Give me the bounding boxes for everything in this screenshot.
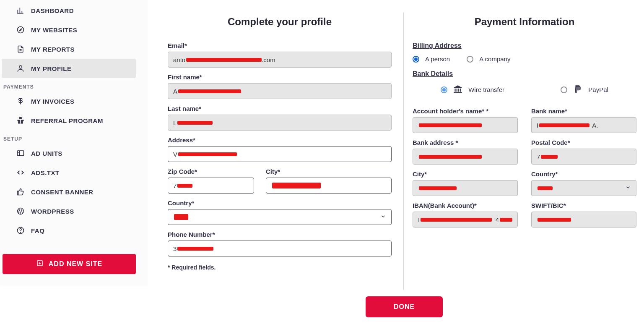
label-email: Email* bbox=[168, 42, 392, 49]
sidebar-item-label: MY INVOICES bbox=[31, 98, 75, 105]
paypal-icon bbox=[572, 84, 583, 96]
sidebar-item-label: MY REPORTS bbox=[31, 46, 75, 53]
bar-chart-icon bbox=[16, 6, 25, 15]
radio-wire[interactable]: Wire transfer bbox=[441, 84, 504, 96]
sidebar-item-reports[interactable]: MY REPORTS bbox=[0, 39, 148, 59]
redacted bbox=[178, 89, 241, 93]
done-button[interactable]: DONE bbox=[366, 296, 443, 317]
svg-rect-15 bbox=[454, 92, 462, 93]
svg-point-2 bbox=[19, 65, 22, 68]
redacted bbox=[541, 155, 558, 159]
svg-marker-1 bbox=[20, 29, 22, 31]
radio-paypal[interactable]: PayPal bbox=[561, 84, 608, 96]
plus-box-icon bbox=[36, 259, 44, 269]
bank-name-suffix: A. bbox=[592, 122, 598, 129]
required-note: * Required fields. bbox=[168, 264, 392, 271]
iban-suffix: 4 bbox=[496, 216, 499, 223]
sidebar-item-label: MY PROFILE bbox=[31, 65, 71, 72]
radio-person-label: A person bbox=[425, 55, 450, 63]
svg-rect-14 bbox=[460, 89, 461, 92]
wordpress-icon bbox=[16, 207, 25, 216]
bank-city-field[interactable] bbox=[413, 180, 518, 196]
chevron-down-icon bbox=[380, 214, 386, 221]
redacted bbox=[419, 186, 457, 190]
label-bank-country: Country* bbox=[531, 170, 636, 178]
label-phone: Phone Number* bbox=[168, 231, 392, 238]
label-bank-name: Bank name* bbox=[531, 107, 636, 115]
help-icon bbox=[16, 226, 25, 235]
country-select[interactable] bbox=[168, 209, 392, 225]
thumb-up-icon bbox=[16, 187, 25, 196]
chevron-down-icon bbox=[625, 185, 631, 192]
bank-name-prefix: I bbox=[537, 122, 538, 129]
label-postal: Postal Code* bbox=[531, 139, 636, 146]
email-value-suffix: .com bbox=[262, 56, 275, 63]
zip-prefix: 7 bbox=[173, 182, 177, 189]
sidebar-item-adstxt[interactable]: ADS.TXT bbox=[0, 163, 148, 182]
payment-title: Payment Information bbox=[413, 16, 636, 28]
bank-addr-field[interactable] bbox=[413, 149, 518, 165]
last-name-field[interactable]: L bbox=[168, 115, 392, 131]
redacted bbox=[177, 247, 213, 251]
address-field[interactable]: V bbox=[168, 146, 392, 162]
payment-column: Payment Information Billing Address A pe… bbox=[413, 16, 636, 228]
postal-prefix: 7 bbox=[537, 153, 540, 160]
redacted bbox=[272, 183, 321, 188]
bank-name-field[interactable]: IA. bbox=[531, 117, 636, 133]
zip-field[interactable]: 7 bbox=[168, 178, 254, 194]
email-value-prefix: anto bbox=[173, 56, 185, 63]
label-bank-addr: Bank address * bbox=[413, 139, 518, 146]
holder-field[interactable] bbox=[413, 117, 518, 133]
iban-field[interactable]: I 4 bbox=[413, 212, 518, 228]
radio-person[interactable]: A person bbox=[413, 55, 450, 63]
label-last: Last name* bbox=[168, 105, 392, 112]
radio-icon bbox=[441, 86, 447, 93]
sidebar-item-profile[interactable]: MY PROFILE bbox=[2, 59, 136, 78]
entity-radio-group: A person A company bbox=[413, 55, 636, 63]
last-prefix: L bbox=[173, 119, 177, 126]
first-name-field[interactable]: A bbox=[168, 83, 392, 99]
postal-field[interactable]: 7 bbox=[531, 149, 636, 165]
label-first: First name* bbox=[168, 73, 392, 81]
radio-company[interactable]: A company bbox=[467, 55, 510, 63]
sidebar-item-faq[interactable]: FAQ bbox=[0, 221, 148, 240]
redacted bbox=[178, 152, 237, 156]
file-icon bbox=[16, 44, 25, 54]
done-label: DONE bbox=[394, 303, 415, 311]
svg-point-9 bbox=[20, 232, 21, 233]
sidebar-item-label: MY WEBSITES bbox=[31, 26, 77, 34]
sidebar-item-consent[interactable]: CONSENT BANNER bbox=[0, 182, 148, 201]
redacted bbox=[500, 218, 512, 222]
paypal-label: PayPal bbox=[588, 86, 608, 93]
dollar-icon bbox=[16, 97, 25, 106]
swift-field[interactable] bbox=[531, 212, 636, 228]
bank-country-select[interactable] bbox=[531, 180, 636, 196]
sidebar-item-websites[interactable]: MY WEBSITES bbox=[0, 20, 148, 39]
radio-icon bbox=[561, 86, 567, 93]
phone-field[interactable]: 3 bbox=[168, 241, 392, 256]
sidebar-item-label: AD UNITS bbox=[31, 150, 62, 157]
add-new-site-button[interactable]: ADD NEW SITE bbox=[3, 254, 136, 274]
sidebar-item-referral[interactable]: REFERRAL PROGRAM bbox=[0, 111, 148, 130]
sidebar-item-label: CONSENT BANNER bbox=[31, 188, 93, 196]
city-field[interactable] bbox=[266, 178, 392, 194]
bank-icon bbox=[452, 84, 463, 96]
label-bank-city: City* bbox=[413, 170, 518, 178]
svg-rect-11 bbox=[455, 89, 456, 92]
sidebar-item-wordpress[interactable]: WORDPRESS bbox=[0, 201, 148, 221]
svg-point-0 bbox=[18, 27, 24, 33]
sidebar-header-setup: SETUP bbox=[0, 130, 148, 144]
email-field[interactable]: anto.com bbox=[168, 52, 392, 68]
sidebar-item-adunits[interactable]: AD UNITS bbox=[0, 144, 148, 163]
label-city: City* bbox=[266, 168, 392, 175]
label-iban: IBAN(Bank Account)* bbox=[413, 202, 518, 209]
wire-label: Wire transfer bbox=[468, 86, 504, 93]
sidebar-item-label: ADS.TXT bbox=[31, 169, 60, 176]
sidebar-item-label: DASHBOARD bbox=[31, 7, 74, 14]
redacted bbox=[538, 218, 571, 222]
label-country: Country* bbox=[168, 199, 392, 207]
sidebar-item-dashboard[interactable]: DASHBOARD bbox=[0, 1, 148, 20]
billing-address-label: Billing Address bbox=[413, 42, 636, 50]
sidebar-item-invoices[interactable]: MY INVOICES bbox=[0, 92, 148, 111]
sidebar-header-payments: PAYMENTS bbox=[0, 78, 148, 92]
